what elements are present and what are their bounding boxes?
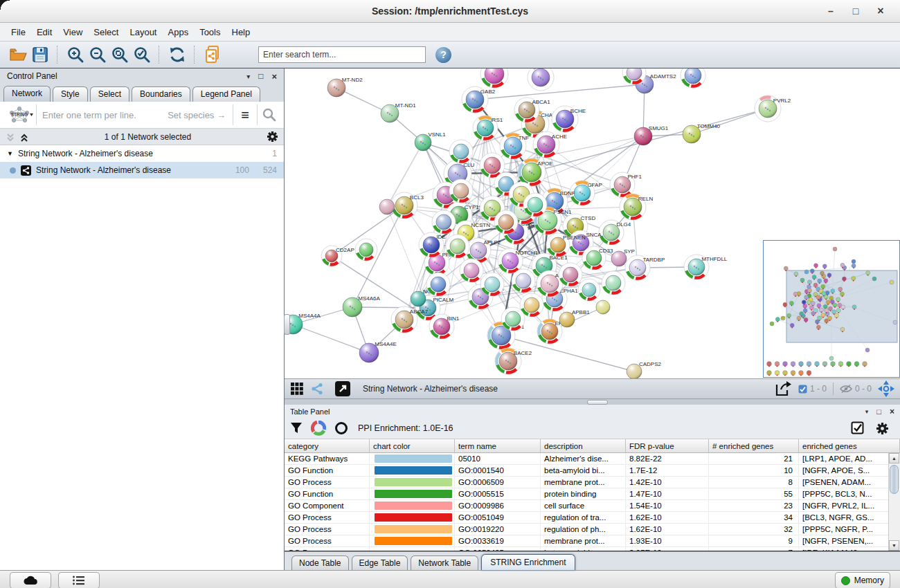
select-columns-icon[interactable] <box>851 421 865 435</box>
grid-view-icon[interactable] <box>290 382 304 396</box>
menu-tools[interactable]: Tools <box>194 25 226 39</box>
horizontal-splitter[interactable] <box>285 399 900 405</box>
network-node[interactable] <box>501 307 525 331</box>
network-node-tomm40[interactable]: TOMM40 <box>683 123 721 143</box>
network-node-mt-nd1[interactable]: MT-ND1 <box>381 102 416 122</box>
network-node-dlg4[interactable]: DLG4 <box>599 220 631 245</box>
network-node[interactable] <box>460 259 483 282</box>
network-node-phf1[interactable]: PHF1 <box>610 172 642 197</box>
network-node-bche[interactable]: BCHE <box>552 106 586 132</box>
network-node[interactable] <box>379 199 395 214</box>
network-node[interactable] <box>602 271 625 295</box>
panel-menu-icon[interactable]: ▾ <box>246 73 250 80</box>
collapse-arrow-icon[interactable]: ▼ <box>7 150 13 157</box>
panel-close-icon[interactable]: × <box>890 407 894 416</box>
network-node[interactable] <box>512 269 535 293</box>
enrichment-row[interactable]: GO ProcessGO:0006509membrane prot...1.42… <box>285 477 900 488</box>
string-search-icon[interactable] <box>257 104 281 125</box>
export-network-icon[interactable] <box>774 380 792 397</box>
menu-layout[interactable]: Layout <box>124 25 162 39</box>
string-logo[interactable]: STRING <box>3 104 37 125</box>
import-network-icon[interactable] <box>201 44 224 65</box>
network-node-tnf[interactable]: TNF <box>500 133 530 159</box>
string-options-icon[interactable]: ≡ <box>233 104 257 125</box>
column-header-chart-color[interactable]: chart color <box>370 439 455 453</box>
scroll-up-icon[interactable]: ▲ <box>889 453 899 463</box>
panel-float-icon[interactable]: □ <box>876 407 881 416</box>
network-node-ache[interactable]: ACHE <box>533 131 567 158</box>
network-node[interactable] <box>432 210 456 234</box>
zoom-in-icon[interactable] <box>64 44 87 65</box>
network-node-cd2ap[interactable]: CD2AP <box>321 246 354 266</box>
scroll-down-icon[interactable]: ▼ <box>889 540 899 551</box>
network-options-gear-icon[interactable] <box>267 131 278 143</box>
enrichment-row[interactable]: GO FunctionGO:0005515protein binding1.47… <box>285 488 900 500</box>
network-node[interactable] <box>480 273 504 296</box>
tab-style[interactable]: Style <box>53 86 88 102</box>
network-node[interactable] <box>559 263 582 286</box>
menu-help[interactable]: Help <box>226 25 256 39</box>
tab-string-enrichment[interactable]: STRING Enrichment <box>481 554 575 570</box>
network-node[interactable] <box>523 193 547 217</box>
network-node-ms4a4e[interactable]: MS4A4E <box>359 341 397 362</box>
tab-legend-panel[interactable]: Legend Panel <box>192 86 260 102</box>
panel-splitter-grip[interactable] <box>284 314 290 335</box>
open-session-icon[interactable] <box>7 44 29 65</box>
column-header-description[interactable]: description <box>541 439 626 453</box>
network-node[interactable] <box>446 235 469 258</box>
cloud-tasks-button[interactable] <box>10 572 51 588</box>
network-node-bace2[interactable]: BACE2 <box>495 348 532 374</box>
menu-apps[interactable]: Apps <box>163 25 195 39</box>
column-header-category[interactable]: category <box>285 439 370 453</box>
menu-edit[interactable]: Edit <box>31 25 57 39</box>
network-node[interactable] <box>480 68 508 88</box>
save-session-icon[interactable] <box>29 44 51 65</box>
navigator-compass-icon[interactable] <box>878 380 894 397</box>
zoom-selected-icon[interactable] <box>131 44 153 65</box>
table-scrollbar[interactable]: ▲ ▼ <box>888 453 900 551</box>
tab-network-table[interactable]: Network Table <box>411 555 478 570</box>
maximize-button[interactable]: □ <box>843 0 868 22</box>
zoom-out-icon[interactable] <box>87 44 109 65</box>
enrichment-row[interactable]: GO FunctionGO:0001540beta-amyloid bi...1… <box>285 465 900 477</box>
network-node-pvrl2[interactable]: PVRL2 <box>755 95 791 122</box>
network-node-cadps2[interactable]: CADPS2 <box>627 361 662 378</box>
birds-eye-view[interactable] <box>763 240 900 378</box>
menu-select[interactable]: Select <box>88 25 124 39</box>
string-share-icon[interactable] <box>310 382 324 396</box>
network-row[interactable]: String Network - Alzheimer's disease 100… <box>0 162 284 178</box>
network-node-gab2[interactable]: GAB2 <box>462 86 496 113</box>
enrichment-row[interactable]: GO ProcessGO:0051049regulation of tra...… <box>285 512 900 524</box>
task-history-button[interactable] <box>58 572 100 588</box>
splitter-handle[interactable] <box>587 400 608 405</box>
panel-float-icon[interactable]: □ <box>258 71 263 81</box>
set-species-hint[interactable]: Set species → <box>168 110 233 120</box>
column-header-enriched-genes[interactable]: enriched genes <box>799 439 900 453</box>
enrichment-row[interactable]: GO ProcessGO:0050435beta-amyloid m...2.0… <box>285 547 900 551</box>
memory-button[interactable]: Memory <box>835 572 890 588</box>
enrichment-row[interactable]: GO ProcessGO:0019220regulation of ph...1… <box>285 524 900 535</box>
refresh-icon[interactable] <box>166 44 188 65</box>
collapse-all-icon[interactable] <box>6 132 15 142</box>
tab-select[interactable]: Select <box>90 86 129 102</box>
column-header-fdr-p-value[interactable]: FDR p-value <box>626 439 709 453</box>
scrollbar-thumb[interactable] <box>890 465 899 494</box>
network-node[interactable] <box>449 179 473 203</box>
close-button[interactable]: × <box>868 0 893 22</box>
menu-file[interactable]: File <box>6 25 31 39</box>
enrichment-row[interactable]: GO ComponentGO:0009986cell surface1.54E-… <box>285 500 900 512</box>
network-node-abca7[interactable]: ABCA7 <box>391 306 429 333</box>
enrichment-chart-icon[interactable] <box>311 421 326 436</box>
panel-menu-icon[interactable]: ▾ <box>865 408 869 415</box>
table-settings-gear-icon[interactable] <box>876 422 889 435</box>
network-node-irs1[interactable]: IRS1 <box>473 116 503 140</box>
tab-network[interactable]: Network <box>3 86 51 102</box>
network-node-mthfdll[interactable]: MTHFDLL <box>684 255 728 279</box>
launch-view-icon[interactable] <box>334 380 351 397</box>
network-node[interactable] <box>596 300 610 314</box>
tab-boundaries[interactable]: Boundaries <box>132 86 190 102</box>
network-node-ms4a6a[interactable]: MS4A6A <box>343 295 381 317</box>
network-node[interactable] <box>528 68 554 91</box>
column-header--enriched-genes[interactable]: # enriched genes <box>709 439 799 453</box>
filter-icon[interactable] <box>290 422 303 434</box>
